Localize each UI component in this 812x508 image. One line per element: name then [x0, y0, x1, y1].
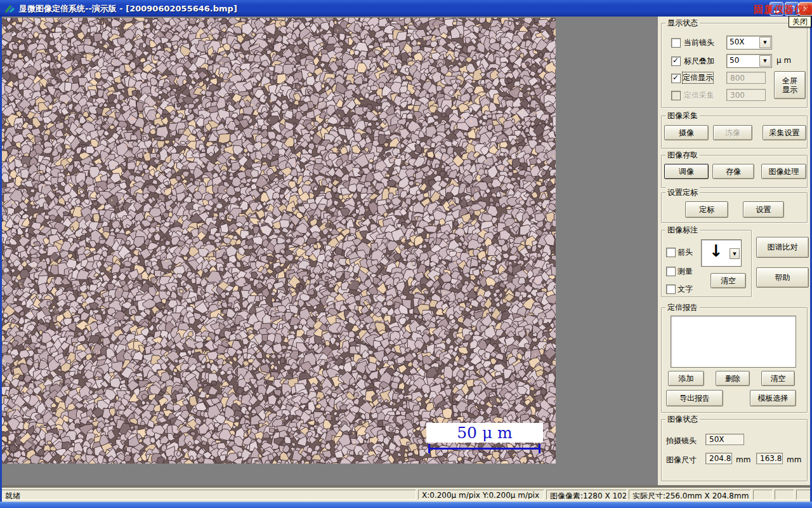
scale-bar-tick-left	[428, 444, 430, 453]
status-empty-1	[753, 490, 773, 500]
taskbar-strip[interactable]	[0, 502, 812, 508]
calibrate-button[interactable]: 定标	[685, 201, 728, 218]
ruler-overlay-label: 标尺叠加	[684, 56, 714, 67]
ruler-value-combo[interactable]: 50 ▼	[726, 54, 772, 68]
image-width-field: 204.8	[705, 453, 732, 464]
ruler-overlay-checkbox[interactable]	[671, 57, 681, 66]
arrow-checkbox[interactable]	[666, 248, 676, 257]
status-empty-2	[775, 490, 794, 500]
current-lens-combo[interactable]: 50X ▼	[726, 36, 772, 50]
report-add-button[interactable]: 添加	[668, 371, 704, 386]
image-height-field: 163.8	[756, 453, 783, 464]
close-tooltip: 关闭	[789, 16, 811, 27]
chevron-down-icon[interactable]: ▼	[759, 55, 771, 67]
help-button[interactable]: 帮助	[756, 267, 809, 288]
scale-bar-label: 50 μ m	[457, 424, 513, 441]
image-process-button[interactable]: 图像处理	[761, 164, 806, 179]
shoot-lens-field: 50X	[705, 434, 744, 445]
scale-bar-line	[429, 448, 539, 450]
current-lens-checkbox[interactable]	[671, 38, 681, 48]
image-size-label: 图像尺寸	[666, 455, 697, 465]
fixed-capture-checkbox	[671, 91, 681, 100]
arrow-style-combo[interactable]: ↓ ▼	[701, 239, 742, 267]
status-bar: 就绪 X:0.200μ m/pix Y:0.200μ m/pix 图像像素:12…	[0, 488, 812, 502]
group-image-storage-title: 图像存取	[665, 150, 700, 161]
shoot-button[interactable]: 摄像	[664, 125, 709, 140]
status-actual-size: 实际尺寸:256.0mm X 204.8mm	[629, 490, 751, 500]
template-select-button[interactable]: 模板选择	[750, 390, 796, 406]
current-lens-value: 50X	[730, 37, 745, 46]
arrow-glyph: ↓	[709, 241, 723, 260]
scale-bar-overlay: 50 μ m	[426, 423, 543, 443]
load-image-button[interactable]: 调像	[664, 164, 709, 179]
window-border-left	[0, 17, 2, 502]
measure-checkbox[interactable]	[666, 267, 676, 276]
chevron-down-icon[interactable]: ▼	[730, 248, 740, 259]
status-pixel-scale: X:0.200μ m/pix Y:0.200μ m/pix	[418, 490, 544, 500]
app-window: 显微图像定倍系统--演示版 - [20090602055646.bmp] ❐ ✕…	[0, 0, 812, 508]
report-list[interactable]	[671, 316, 796, 368]
group-calibration: 设置定标	[661, 192, 808, 223]
group-calibration-title: 设置定标	[665, 187, 700, 198]
calibration-settings-button[interactable]: 设置	[743, 201, 784, 218]
fixed-display-label: 定倍显示	[683, 72, 713, 83]
text-label: 文字	[678, 284, 693, 295]
shoot-lens-label: 拍摄镜头	[666, 436, 697, 446]
measure-label: 测量	[678, 266, 693, 277]
current-lens-label: 当前镜头	[684, 37, 714, 48]
chevron-down-icon[interactable]: ▼	[759, 37, 771, 48]
group-image-status: 图像状态	[661, 419, 808, 481]
fullscreen-button-line2: 显示	[782, 85, 797, 94]
micrograph-image[interactable]	[2, 18, 556, 464]
status-image-pixels: 图像像素:1280 X 1024	[546, 490, 627, 500]
fixed-capture-label: 定倍采集	[684, 90, 714, 101]
watermark-text: 固厦仪器仪表	[754, 4, 812, 16]
group-display-status-title: 显示状态	[665, 18, 700, 29]
arrow-label: 箭头	[678, 247, 693, 258]
group-annotation-title: 图像标注	[665, 225, 700, 236]
text-checkbox[interactable]	[666, 284, 676, 294]
freeze-button: 冻像	[713, 125, 752, 140]
ruler-value: 50	[730, 56, 739, 65]
fullscreen-button-line1: 全屏	[782, 76, 797, 85]
status-ready: 就绪	[1, 490, 416, 500]
fullscreen-button[interactable]: 全屏 显示	[774, 71, 806, 99]
image-width-unit: mm	[736, 455, 750, 464]
fixed-capture-field: 300	[726, 89, 766, 101]
scale-bar-tick-right	[539, 444, 540, 453]
group-report-title: 定倍报告	[665, 302, 700, 313]
group-image-status-title: 图像状态	[665, 414, 700, 425]
report-delete-button[interactable]: 删除	[716, 371, 750, 386]
atlas-compare-button[interactable]: 图谱比对	[756, 237, 809, 258]
fixed-display-checkbox[interactable]	[671, 74, 681, 83]
title-bar: 显微图像定倍系统--演示版 - [20090602055646.bmp] ❐ ✕	[0, 0, 812, 17]
report-clear-button[interactable]: 清空	[761, 371, 795, 386]
window-title: 显微图像定倍系统--演示版 - [20090602055646.bmp]	[19, 3, 237, 15]
annotation-clear-button[interactable]: 清空	[710, 273, 746, 288]
export-report-button[interactable]: 导出报告	[666, 390, 723, 406]
group-image-capture-title: 图像采集	[665, 110, 700, 121]
status-empty-3	[796, 490, 811, 500]
ruler-unit-label: μ m	[776, 56, 791, 65]
fixed-display-field: 800	[726, 72, 766, 84]
save-image-button[interactable]: 存像	[712, 164, 754, 179]
capture-settings-button[interactable]: 采集设置	[763, 125, 806, 140]
image-height-unit: mm	[787, 455, 801, 464]
app-icon	[4, 3, 15, 14]
